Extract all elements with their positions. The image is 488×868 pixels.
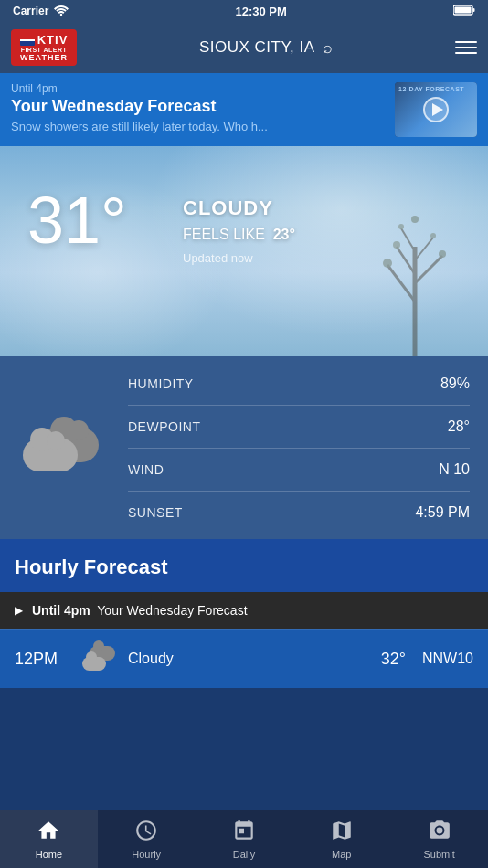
sunset-label: SUNSET — [128, 505, 183, 520]
hourly-time: 12PM — [15, 650, 69, 669]
hourly-condition-icon — [82, 642, 115, 675]
nav-daily-label: Daily — [233, 849, 255, 860]
svg-line-9 — [401, 228, 415, 251]
city-display: SIOUX CITY, IA ⌕ — [86, 38, 446, 58]
flag-icon — [20, 35, 35, 46]
carrier-label: Carrier — [13, 5, 48, 17]
svg-rect-3 — [454, 6, 471, 13]
dewpoint-label: DEWPOINT — [128, 419, 200, 434]
battery-icon — [453, 5, 475, 18]
svg-rect-2 — [472, 8, 474, 12]
hourly-condition: Cloudy — [128, 651, 353, 667]
play-banner-text: Until 4pm Your Wednesday Forecast — [32, 603, 248, 618]
search-icon[interactable]: ⌕ — [323, 38, 334, 58]
nav-item-home[interactable]: Home — [0, 810, 98, 868]
feels-like-label: FEELS LIKE — [183, 227, 265, 242]
updated-display: Updated now — [183, 251, 253, 265]
svg-point-11 — [439, 250, 446, 258]
first-alert-text: FIRST ALERT — [21, 47, 68, 53]
detail-stats: HUMIDITY 89% DEWPOINT 28° WIND N 10 SUNS… — [128, 363, 470, 534]
alert-until: Until 4pm — [11, 82, 386, 95]
feels-like-temp: 23° — [273, 227, 295, 242]
humidity-row: HUMIDITY 89% — [128, 363, 470, 406]
clock-icon — [134, 819, 158, 846]
sunset-value: 4:59 PM — [415, 504, 470, 521]
svg-line-7 — [397, 247, 415, 274]
play-triangle-icon — [432, 103, 443, 116]
svg-point-13 — [430, 233, 436, 238]
cloudy-icon — [18, 420, 110, 475]
humidity-label: HUMIDITY — [128, 376, 194, 391]
alert-description: Snow showers are still likely later toda… — [11, 120, 386, 133]
home-icon — [37, 819, 60, 846]
nav-hourly-label: Hourly — [132, 849, 161, 860]
play-button[interactable] — [423, 97, 449, 122]
status-right — [453, 5, 475, 18]
ktiv-text: KTIV — [37, 33, 69, 47]
svg-point-15 — [411, 216, 419, 223]
nav-item-hourly[interactable]: Hourly — [98, 810, 196, 868]
play-icon: ▶ — [15, 604, 23, 617]
play-until-text: Until 4pm — [32, 603, 90, 618]
humidity-value: 89% — [440, 376, 470, 392]
svg-point-14 — [398, 224, 404, 229]
alert-text: Until 4pm Your Wednesday Forecast Snow s… — [11, 82, 386, 137]
nav-item-map[interactable]: Map — [292, 810, 390, 868]
hourly-section-title: Hourly Forecast — [15, 556, 473, 579]
svg-line-8 — [415, 238, 433, 260]
alert-title: Your Wednesday Forecast — [11, 97, 386, 116]
hourly-wind: NNW10 — [419, 651, 473, 667]
nav-item-daily[interactable]: Daily — [196, 810, 293, 868]
status-time: 12:30 PM — [235, 5, 286, 18]
city-name: SIOUX CITY, IA — [199, 38, 315, 57]
feels-like-display: FEELS LIKE 23° — [183, 227, 295, 243]
svg-line-6 — [415, 256, 442, 283]
app-logo: KTIV FIRST ALERT WEATHER — [11, 29, 77, 66]
svg-point-12 — [393, 241, 400, 249]
weather-details: HUMIDITY 89% DEWPOINT 28° WIND N 10 SUNS… — [0, 356, 488, 539]
dewpoint-row: DEWPOINT 28° — [128, 406, 470, 449]
status-bar: Carrier 12:30 PM — [0, 0, 488, 22]
svg-line-5 — [387, 265, 415, 302]
wind-value: N 10 — [439, 461, 470, 478]
nav-map-label: Map — [332, 849, 351, 860]
condition-display: CLOUDY — [183, 196, 273, 220]
nav-submit-label: Submit — [423, 849, 454, 860]
play-forecast-text: Your Wednesday Forecast — [97, 603, 247, 618]
status-left: Carrier — [13, 5, 69, 18]
weather-text: WEATHER — [20, 53, 68, 62]
bottom-navigation: Home Hourly Daily Map Submit — [0, 810, 488, 868]
mini-cloud-front — [82, 657, 106, 671]
menu-button[interactable] — [455, 41, 477, 54]
alert-banner[interactable]: Until 4pm Your Wednesday Forecast Snow s… — [0, 73, 488, 146]
cloud-front — [23, 439, 78, 471]
nav-home-label: Home — [36, 849, 62, 860]
wifi-icon — [54, 5, 69, 18]
camera-icon — [428, 819, 451, 846]
svg-point-0 — [60, 13, 62, 15]
weather-hero: 31° CLOUDY FEELS LIKE 23° Updated now — [0, 146, 488, 356]
nav-item-submit[interactable]: Submit — [390, 810, 488, 868]
hourly-forecast-header: Hourly Forecast — [0, 539, 488, 592]
tree-silhouette-icon — [342, 192, 488, 356]
hourly-row-item[interactable]: 12PM Cloudy 32° NNW10 — [0, 629, 488, 688]
app-header: KTIV FIRST ALERT WEATHER SIOUX CITY, IA … — [0, 22, 488, 73]
temperature-display: 31° — [27, 183, 127, 258]
wind-row: WIND N 10 — [128, 449, 470, 492]
hourly-temp: 32° — [366, 650, 406, 669]
alert-thumbnail[interactable]: 12-DAY FORECAST — [395, 82, 477, 137]
calendar-icon — [232, 819, 256, 846]
map-icon — [330, 819, 354, 846]
thumb-label: 12-DAY FORECAST — [398, 86, 464, 92]
sunset-row: SUNSET 4:59 PM — [128, 492, 470, 534]
play-forecast-banner[interactable]: ▶ Until 4pm Your Wednesday Forecast — [0, 592, 488, 629]
ktiv-logo: KTIV — [20, 33, 69, 47]
wind-label: WIND — [128, 462, 164, 477]
svg-point-10 — [383, 259, 392, 268]
dewpoint-value: 28° — [448, 418, 470, 435]
